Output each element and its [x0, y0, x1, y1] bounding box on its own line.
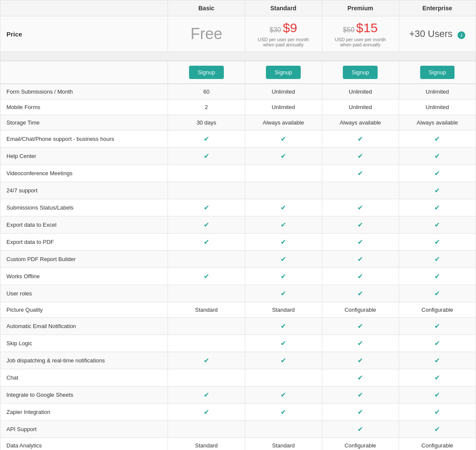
feature-value-basic [168, 369, 245, 386]
feature-value-premium: ✔ [322, 199, 399, 216]
feature-value-premium: ✔ [322, 216, 399, 234]
feature-name: Form Submissions / Month [0, 84, 168, 100]
feature-value-enterprise: ✔ [399, 318, 476, 335]
check-icon: ✔ [281, 357, 286, 364]
feature-name: 24/7 support [0, 182, 168, 199]
feature-value-basic [168, 182, 245, 199]
table-row: Submissions Status/Labels✔✔✔✔ [0, 199, 476, 216]
enterprise-price-text: +30 Users [409, 28, 452, 39]
check-icon: ✔ [204, 357, 209, 364]
feature-value-enterprise: ✔ [399, 199, 476, 216]
feature-value-basic: 30 days [168, 115, 245, 131]
feature-value-enterprise: ✔ [399, 369, 476, 386]
feature-value-enterprise: ✔ [399, 148, 476, 165]
check-icon: ✔ [434, 135, 440, 143]
feature-value-standard: ✔ [245, 285, 322, 302]
plan-header-standard: Standard [245, 0, 322, 16]
feature-value-premium: ✔ [322, 318, 399, 335]
feature-value-enterprise: Configurable [399, 438, 476, 450]
feature-name: Export data to PDF [0, 234, 168, 251]
premium-original-price: $50 [343, 26, 354, 33]
check-icon: ✔ [434, 357, 440, 364]
price-premium: $50$15 USD per user per monthwhen paid a… [322, 16, 399, 52]
feature-value-premium: ✔ [322, 386, 399, 404]
check-icon: ✔ [434, 238, 440, 246]
check-icon: ✔ [434, 273, 440, 280]
table-row: Storage Time30 daysAlways availableAlway… [0, 115, 476, 131]
table-row: Help Center✔✔✔✔ [0, 148, 476, 165]
check-icon: ✔ [357, 255, 363, 263]
feature-value-enterprise: ✔ [399, 268, 476, 285]
feature-value-premium: Always available [322, 115, 399, 131]
check-icon: ✔ [434, 408, 440, 416]
feature-value-basic: Standard [168, 438, 245, 450]
check-icon: ✔ [204, 221, 209, 228]
feature-name: Submissions Status/Labels [0, 199, 168, 216]
feature-value-enterprise: ✔ [399, 216, 476, 234]
feature-value-basic: ✔ [168, 131, 245, 148]
check-icon: ✔ [281, 255, 286, 263]
feature-value-premium: ✔ [322, 404, 399, 421]
feature-value-standard [245, 165, 322, 182]
check-icon: ✔ [204, 391, 209, 398]
feature-value-basic: ✔ [168, 234, 245, 251]
info-icon[interactable]: i [458, 31, 465, 39]
signup-top-standard: Signup [245, 61, 322, 84]
check-icon: ✔ [281, 135, 286, 143]
feature-value-premium: ✔ [322, 234, 399, 251]
signup-button-premium-top[interactable]: Signup [343, 66, 377, 79]
check-icon: ✔ [434, 152, 440, 160]
feature-value-standard: ✔ [245, 352, 322, 369]
signup-button-basic-top[interactable]: Signup [189, 66, 223, 79]
feature-value-standard: ✔ [245, 131, 322, 148]
feature-value-premium: ✔ [322, 369, 399, 386]
feature-value-basic: 60 [168, 84, 245, 100]
table-row: Zapier Integration✔✔✔✔ [0, 404, 476, 421]
price-label-cell: Price [0, 16, 168, 52]
feature-name: Automatic Email Notification [0, 318, 168, 335]
feature-value-standard [245, 369, 322, 386]
check-icon: ✔ [434, 391, 440, 398]
check-icon: ✔ [281, 204, 286, 211]
feature-value-basic [168, 318, 245, 335]
feature-value-standard [245, 421, 322, 438]
feature-value-enterprise: ✔ [399, 386, 476, 404]
signup-button-standard-top[interactable]: Signup [266, 66, 300, 79]
feature-value-standard: Unlimited [245, 84, 322, 100]
check-icon: ✔ [434, 340, 440, 347]
feature-value-enterprise: ✔ [399, 335, 476, 352]
table-row: Picture QualityStandardStandardConfigura… [0, 302, 476, 318]
feature-value-basic: Standard [168, 302, 245, 318]
feature-value-standard: ✔ [245, 268, 322, 285]
check-icon: ✔ [281, 273, 286, 280]
price-row: Price Free $30$9 USD per user per monthw… [0, 16, 476, 52]
price-standard-value: $30$9 [251, 21, 316, 35]
check-icon: ✔ [281, 391, 286, 398]
feature-value-premium: ✔ [322, 285, 399, 302]
pricing-table: Basic Standard Premium Enterprise Price … [0, 0, 476, 450]
feature-value-enterprise: ✔ [399, 285, 476, 302]
signup-button-enterprise-top[interactable]: Signup [420, 66, 455, 79]
feature-value-standard: Standard [245, 302, 322, 318]
feature-name: Email/Chat/Phone support - business hour… [0, 131, 168, 148]
signup-row-top: Signup Signup Signup Signup [0, 61, 476, 84]
feature-name: Zapier Integration [0, 404, 168, 421]
premium-price-subtitle: USD per user per monthwhen paid annually [328, 37, 393, 47]
check-icon: ✔ [204, 135, 209, 143]
feature-value-standard [245, 182, 322, 199]
table-row: Integrate to Google Sheets✔✔✔✔ [0, 386, 476, 404]
table-row: Data AnalyticsStandardStandardConfigurab… [0, 438, 476, 450]
feature-value-enterprise: ✔ [399, 251, 476, 268]
check-icon: ✔ [357, 290, 363, 297]
check-icon: ✔ [434, 426, 440, 433]
feature-value-standard: Standard [245, 438, 322, 450]
check-icon: ✔ [357, 238, 363, 246]
table-row: Form Submissions / Month60UnlimitedUnlim… [0, 84, 476, 100]
feature-value-premium: ✔ [322, 335, 399, 352]
check-icon: ✔ [357, 273, 363, 280]
feature-value-standard: ✔ [245, 318, 322, 335]
table-row: API Support✔✔ [0, 421, 476, 438]
feature-value-premium: Configurable [322, 438, 399, 450]
spacer-row [0, 52, 476, 61]
standard-sale-price: $9 [283, 21, 297, 35]
